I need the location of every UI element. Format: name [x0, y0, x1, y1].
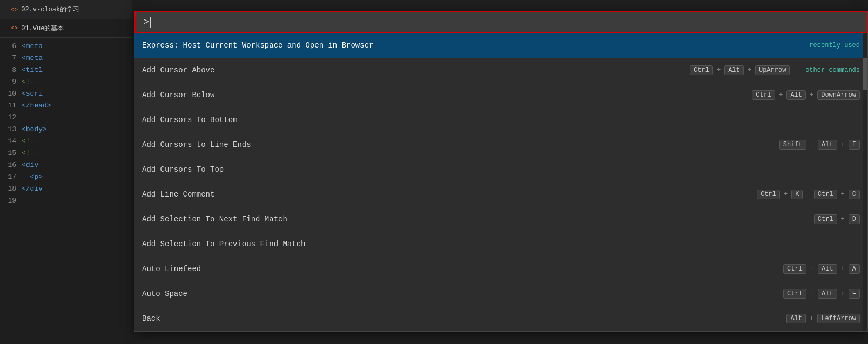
tab-label-1: 02.v-cloak的学习 [21, 5, 79, 14]
other-commands-label: other commands [805, 66, 860, 74]
cmd-name-7: Add Selection To Previous Find Match [142, 240, 305, 248]
command-item-express[interactable]: Express: Host Current Workspace and Open… [134, 33, 867, 58]
cursor [150, 17, 151, 28]
kbd-f-9: F [849, 289, 860, 299]
kbd-ctrl-5b: Ctrl [814, 190, 837, 199]
kbd-ctrl-0: Ctrl [690, 65, 713, 75]
kbd-ctrl-6: Ctrl [814, 214, 837, 224]
cmd-name-9: Auto Space [142, 289, 187, 298]
kbd-ctrl-8: Ctrl [783, 264, 806, 274]
second-tab-bar: <> 01.Vue的基本 [0, 19, 132, 38]
file-icon-1: <> [11, 6, 18, 13]
tab-file-1[interactable]: <> 02.v-cloak的学习 [4, 0, 86, 19]
command-item-auto-space[interactable]: Auto Space Ctrl + Alt + F [134, 281, 867, 306]
command-item-add-cursor-above[interactable]: Add Cursor Above Ctrl + Alt + UpArrow ot… [134, 58, 867, 83]
command-item-add-cursor-below[interactable]: Add Cursor Below Ctrl + Alt + DownArrow [134, 83, 867, 107]
tab-label-2: 01.Vue的基本 [21, 24, 64, 33]
command-prompt: > [143, 17, 149, 28]
kbd-alt-3: Alt [818, 140, 837, 150]
tab-file-2[interactable]: <> 01.Vue的基本 [4, 19, 70, 37]
kbd-alt-9: Alt [818, 289, 837, 299]
command-item-auto-linefeed[interactable]: Auto Linefeed Ctrl + Alt + A [134, 257, 867, 281]
kbd-a-8: A [849, 264, 860, 274]
cmd-name-0: Add Cursor Above [142, 66, 214, 75]
command-item-add-cursors-bottom[interactable]: Add Cursors To Bottom [134, 107, 867, 132]
kbd-ctrl-9: Ctrl [783, 289, 806, 299]
file-icon-2: <> [11, 25, 18, 31]
command-item-add-selection-next[interactable]: Add Selection To Next Find Match Ctrl + … [134, 207, 867, 232]
kbd-ctrl-5a: Ctrl [757, 190, 780, 199]
cmd-name-6: Add Selection To Next Find Match [142, 215, 287, 224]
kbd-shift-3: Shift [779, 140, 806, 150]
kbd-alt-10: Alt [786, 314, 806, 323]
kbd-leftarrow-10: LeftArrow [817, 314, 860, 323]
command-item-back[interactable]: Back Alt + LeftArrow [134, 306, 867, 331]
kbd-c-5: C [849, 190, 860, 199]
cmd-name-8: Auto Linefeed [142, 265, 201, 273]
cmd-name-4: Add Cursors To Top [142, 165, 224, 174]
command-item-add-line-comment[interactable]: Add Line Comment Ctrl + K Ctrl + C [134, 182, 867, 207]
command-item-add-cursors-top[interactable]: Add Cursors To Top [134, 157, 867, 182]
command-list: Express: Host Current Workspace and Open… [134, 33, 867, 331]
kbd-alt-1: Alt [786, 90, 806, 100]
cmd-name-3: Add Cursors to Line Ends [142, 140, 251, 149]
tab-bar: <> 02.v-cloak的学习 [0, 0, 132, 19]
kbd-ctrl-1: Ctrl [752, 90, 775, 100]
kbd-key-0: UpArrow [755, 65, 790, 75]
command-input-wrapper: > [134, 11, 867, 33]
command-item-add-cursors-line-ends[interactable]: Add Cursors to Line Ends Shift + Alt + I [134, 132, 867, 157]
command-scrollbar[interactable] [863, 33, 867, 331]
editor-area: <> 02.v-cloak的学习 <> 01.Vue的基本 6<meta 7<m… [0, 0, 132, 344]
kbd-k-5: K [791, 190, 803, 199]
command-item-add-selection-prev[interactable]: Add Selection To Previous Find Match [134, 232, 867, 257]
kbd-key-1: DownArrow [817, 90, 860, 100]
kbd-d-6: D [849, 214, 860, 224]
kbd-alt-8: Alt [818, 264, 837, 274]
cmd-name-10: Back [142, 314, 160, 323]
command-name-express: Express: Host Current Workspace and Open… [142, 41, 373, 50]
recently-used-badge: recently used [809, 42, 860, 49]
command-palette: > Express: Host Current Workspace and Op… [134, 11, 868, 332]
cmd-name-1: Add Cursor Below [142, 91, 214, 99]
cmd-name-2: Add Cursors To Bottom [142, 116, 237, 124]
kbd-alt-0: Alt [724, 65, 744, 75]
scrollbar-thumb [863, 58, 867, 90]
cmd-name-5: Add Line Comment [142, 190, 214, 199]
editor-lines: 6<meta 7<meta 8<titl 9<!-- 10<scri 11</h… [0, 38, 132, 206]
kbd-i-3: I [849, 140, 860, 150]
